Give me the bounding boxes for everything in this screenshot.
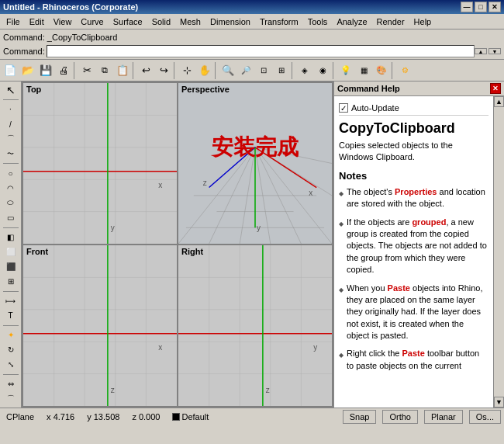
paste-button[interactable]: 📋 <box>114 62 131 79</box>
minimize-button[interactable]: — <box>461 2 473 12</box>
material-button[interactable]: 🎨 <box>373 62 390 79</box>
note-text-2: If the objects are grouped, a new group … <box>347 217 488 276</box>
menu-mesh[interactable]: Mesh <box>175 16 205 28</box>
svg-text:y: y <box>257 224 261 232</box>
mesh-tool[interactable]: ⊞ <box>2 275 19 289</box>
undo-button[interactable]: ↩ <box>137 62 154 79</box>
render-button[interactable]: ◉ <box>314 62 331 79</box>
point-tool[interactable]: · <box>2 102 19 116</box>
scroll-down-arrow[interactable]: ▼ <box>494 397 504 408</box>
solid-tool[interactable]: ⬛ <box>2 260 19 274</box>
mirror-tool[interactable]: ⇔ <box>2 377 19 391</box>
redo-button[interactable]: ↪ <box>155 62 172 79</box>
maximize-button[interactable]: □ <box>475 2 487 12</box>
text-tool[interactable]: T <box>2 309 19 323</box>
surface-tool[interactable]: ◧ <box>2 230 19 244</box>
extrude-tool[interactable]: ⬜ <box>2 245 19 259</box>
auto-update-checkbox[interactable]: ✓ <box>339 103 348 113</box>
svg-text:z: z <box>111 386 115 394</box>
command-text1: Command: _CopyToClipboard <box>3 33 117 42</box>
bullet-1: ◆ <box>339 189 343 210</box>
viewport-right[interactable]: Right y z <box>178 245 332 406</box>
select-button[interactable]: ⊹ <box>178 62 195 79</box>
auto-update-label: Auto-Update <box>351 103 399 113</box>
zoom-window-button[interactable]: ⊞ <box>273 62 290 79</box>
ortho-button[interactable]: Ortho <box>382 410 418 424</box>
snap-button[interactable]: ⚙ <box>396 62 413 79</box>
rect-tool[interactable]: ▭ <box>2 211 19 225</box>
select-tool[interactable]: ↖ <box>2 83 19 97</box>
layer-button[interactable]: ▦ <box>355 62 372 79</box>
menu-solid[interactable]: Solid <box>147 16 175 28</box>
lights-button[interactable]: 💡 <box>337 62 354 79</box>
fillet-tool[interactable]: ⌒ <box>2 392 19 406</box>
menu-view[interactable]: View <box>49 16 77 28</box>
dim-tool[interactable]: ⟼ <box>2 294 19 308</box>
pan-button[interactable]: ✋ <box>196 62 213 79</box>
new-button[interactable]: 📄 <box>2 62 19 79</box>
panel-inner: ✓ Auto-Update CopyToClipboard Copies sel… <box>334 96 493 408</box>
os-button[interactable]: Os... <box>469 410 501 424</box>
status-z: z 0.000 <box>129 412 163 421</box>
menu-file[interactable]: File <box>2 16 25 28</box>
perspective-grid: x y z <box>178 83 332 244</box>
move-tool[interactable]: ✦ <box>2 328 19 342</box>
zoom-out-button[interactable]: 🔎 <box>237 62 254 79</box>
panel-scrollbar[interactable]: ▲ ▼ <box>493 96 504 408</box>
scroll-up-arrow[interactable]: ▲ <box>494 96 504 107</box>
zoom-extents-button[interactable]: ⊡ <box>255 62 272 79</box>
ellipse-tool[interactable]: ⬭ <box>2 196 19 210</box>
svg-text:y: y <box>111 224 115 232</box>
menu-render[interactable]: Render <box>372 16 409 28</box>
snap-button[interactable]: Snap <box>343 410 377 424</box>
menu-curve[interactable]: Curve <box>76 16 108 28</box>
menu-help[interactable]: Help <box>409 16 437 28</box>
viewport-right-label: Right <box>181 247 203 256</box>
print-button[interactable]: 🖨 <box>55 62 72 79</box>
rotate-tool[interactable]: ↻ <box>2 343 19 357</box>
window-controls: — □ ✕ <box>461 2 501 12</box>
curve-tool[interactable]: 〜 <box>2 147 19 161</box>
open-button[interactable]: 📂 <box>19 62 36 79</box>
svg-text:x: x <box>158 181 162 189</box>
menu-analyze[interactable]: Analyze <box>332 16 371 28</box>
svg-text:z: z <box>266 386 270 394</box>
layer-name: Default <box>181 412 209 421</box>
line-tool[interactable]: / <box>2 117 19 131</box>
panel-content[interactable]: ✓ Auto-Update CopyToClipboard Copies sel… <box>334 96 493 408</box>
panel-title: Command Help <box>337 84 400 93</box>
shaded-button[interactable]: ◈ <box>296 62 313 79</box>
menubar: File Edit View Curve Surface Solid Mesh … <box>0 14 504 29</box>
polyline-tool[interactable]: ⌒ <box>2 132 19 146</box>
svg-text:x: x <box>309 189 312 197</box>
menu-tools[interactable]: Tools <box>303 16 333 28</box>
arc-tool[interactable]: ◠ <box>2 181 19 195</box>
viewport-top[interactable]: Top x y <box>23 83 177 244</box>
viewport-front[interactable]: Front x z <box>23 245 177 406</box>
menu-edit[interactable]: Edit <box>25 16 49 28</box>
command-down-arrow[interactable]: ▼ <box>488 48 501 54</box>
command-up-arrow[interactable]: ▲ <box>475 48 487 54</box>
viewport-perspective[interactable]: Perspective x y <box>178 83 332 244</box>
title-text: Untitled - Rhinoceros (Corporate) <box>3 2 138 12</box>
save-button[interactable]: 💾 <box>37 62 54 79</box>
main-area: ↖ · / ⌒ 〜 ○ ◠ ⬭ ▭ ◧ ⬜ ⬛ ⊞ ⟼ T ✦ ↻ ⤡ ⇔ ⌒ … <box>0 82 504 408</box>
bullet-2: ◆ <box>339 220 343 276</box>
statusbar: CPlane x 4.716 y 13.508 z 0.000 Default … <box>0 408 504 425</box>
viewport-top-label: Top <box>26 85 41 94</box>
zoom-in-button[interactable]: 🔍 <box>219 62 236 79</box>
circle-tool[interactable]: ○ <box>2 166 19 180</box>
copy-button[interactable]: ⧉ <box>96 62 113 79</box>
panel-close-button[interactable]: ✕ <box>490 83 501 94</box>
menu-dimension[interactable]: Dimension <box>205 16 255 28</box>
menu-transform[interactable]: Transform <box>255 16 303 28</box>
menu-surface[interactable]: Surface <box>109 16 147 28</box>
scale-tool[interactable]: ⤡ <box>2 358 19 372</box>
planar-button[interactable]: Planar <box>424 410 463 424</box>
cut-button[interactable]: ✂ <box>78 62 95 79</box>
note-1: ◆ The object's Properties and location a… <box>339 186 488 210</box>
command-input[interactable] <box>47 45 475 57</box>
status-cplane: CPlane <box>3 412 37 421</box>
note-text-4: Right click the Paste toolbar button to … <box>347 348 488 372</box>
close-button[interactable]: ✕ <box>488 2 501 12</box>
